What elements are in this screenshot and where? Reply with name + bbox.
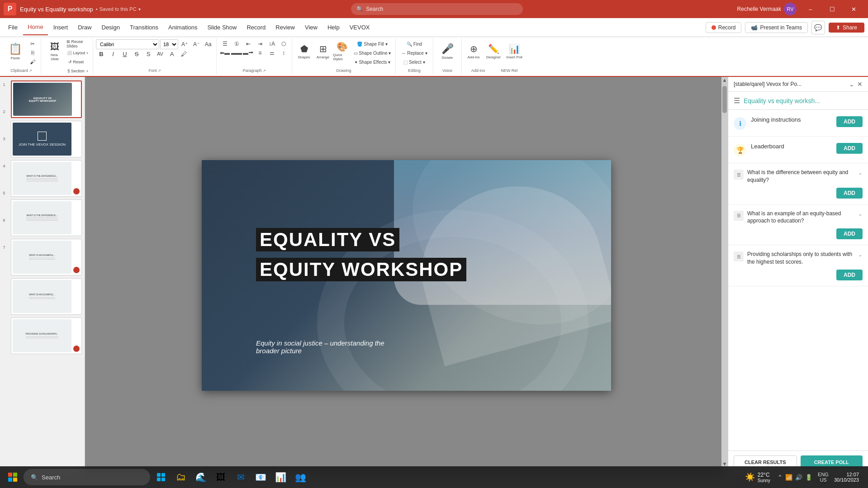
- insert-poll-button[interactable]: 📊 Insert Poll: [504, 39, 524, 63]
- tab-record[interactable]: Record: [242, 20, 270, 35]
- taskbar-search-box[interactable]: 🔍 Search: [24, 469, 150, 485]
- tab-transitions[interactable]: Transitions: [125, 20, 163, 35]
- clipboard-expand-icon[interactable]: ↗: [29, 69, 32, 73]
- font-color-button[interactable]: A: [166, 49, 177, 58]
- tab-draw[interactable]: Draw: [73, 20, 96, 35]
- font-expand-icon[interactable]: ↗: [158, 69, 161, 73]
- taskbar-photos-button[interactable]: 🖼: [212, 468, 230, 486]
- char-spacing-button[interactable]: AV: [155, 49, 166, 58]
- question-1-add-button[interactable]: ADD: [836, 188, 863, 199]
- cut-button[interactable]: ✂: [27, 39, 38, 48]
- shape-effects-button[interactable]: ✦ Shape Effects ▾: [352, 57, 393, 66]
- taskbar-teams-button[interactable]: 👥: [291, 468, 309, 486]
- bold-button[interactable]: B: [96, 49, 107, 58]
- taskbar-outlook-button[interactable]: 📧: [251, 468, 270, 486]
- layout-dropdown-arrow[interactable]: ▾: [86, 51, 88, 55]
- strikethrough-button[interactable]: S: [131, 49, 142, 58]
- layout-button[interactable]: ⬜ Layout: [66, 48, 85, 57]
- justify-button[interactable]: ≡: [255, 48, 266, 57]
- section-button[interactable]: § Section: [66, 66, 85, 76]
- question-3-chevron[interactable]: ⌄: [858, 251, 863, 258]
- question-3-add-button[interactable]: ADD: [836, 270, 863, 280]
- align-left-button[interactable]: ⬅▬: [219, 48, 230, 57]
- vevox-collapse-icon[interactable]: ⌄: [849, 81, 854, 88]
- battery-icon[interactable]: 🔋: [805, 474, 812, 481]
- font-shrink-button[interactable]: A⁻: [191, 40, 202, 49]
- designer-button[interactable]: ✏️ Designer: [484, 39, 503, 63]
- find-button[interactable]: 🔍 Find: [398, 39, 430, 48]
- question-2-chevron[interactable]: ⌄: [858, 211, 863, 217]
- joining-add-button[interactable]: ADD: [836, 116, 863, 127]
- align-right-button[interactable]: ▬⮕: [243, 48, 254, 57]
- tab-design[interactable]: Design: [97, 20, 124, 35]
- taskbar-powerpoint-button[interactable]: 📊: [271, 468, 289, 486]
- slide-thumb-4[interactable]: WHAT IS THE DIFFERENCE...: [11, 199, 82, 236]
- increase-indent-button[interactable]: ⇥: [255, 39, 266, 48]
- slide-thumb-3[interactable]: WHAT IS THE DIFFERENCE...: [11, 160, 82, 197]
- tab-vevox[interactable]: VEVOX: [345, 20, 375, 35]
- network-icon[interactable]: 📶: [785, 474, 792, 481]
- reset-button[interactable]: ↺ Reset: [66, 57, 85, 66]
- italic-button[interactable]: I: [108, 49, 119, 58]
- present-in-teams-button[interactable]: 📹 Present in Teams: [745, 22, 808, 33]
- slide-subtitle[interactable]: Equity in social justice – understanding…: [256, 339, 384, 355]
- addins-button[interactable]: ⊕ Add-ins: [465, 39, 483, 63]
- align-center-button[interactable]: ▬▬: [231, 48, 242, 57]
- paragraph-expand-icon[interactable]: ↗: [263, 69, 266, 73]
- slide-thumb-5[interactable]: WHAT IS AN EXAMPLE...: [11, 239, 82, 275]
- slide-thumb-7[interactable]: PROVIDING SCHOLARSHIPS...: [11, 317, 82, 354]
- tab-help[interactable]: Help: [323, 20, 344, 35]
- title-dropdown-arrow[interactable]: ▾: [138, 7, 141, 12]
- canvas-scrollbar-vertical[interactable]: ▼ ▲: [721, 77, 728, 474]
- slide-thumb-6[interactable]: WHAT IS AN EXAMPLE...: [11, 278, 82, 315]
- volume-icon[interactable]: 🔊: [795, 474, 802, 481]
- shadow-button[interactable]: S: [143, 49, 154, 58]
- weather-widget[interactable]: ☀️ 22°C Sunny: [745, 472, 770, 483]
- lang-indicator[interactable]: ENG US: [818, 472, 829, 483]
- tab-animations[interactable]: Animations: [164, 20, 202, 35]
- chevron-up-icon[interactable]: ⌃: [778, 474, 783, 481]
- scroll-arrow-up[interactable]: ▲: [722, 77, 727, 83]
- numbering-button[interactable]: ①: [231, 39, 242, 48]
- text-direction-button[interactable]: ↕A: [266, 39, 277, 48]
- font-size-dropdown[interactable]: 18: [160, 39, 178, 49]
- tab-review[interactable]: Review: [271, 20, 299, 35]
- taskbar-mail-button[interactable]: ✉: [232, 468, 250, 486]
- columns-button[interactable]: ⚌: [266, 48, 277, 57]
- close-button[interactable]: ✕: [844, 2, 864, 16]
- share-button[interactable]: ⬆ Share: [829, 23, 864, 33]
- avatar[interactable]: RV: [784, 3, 797, 15]
- slide-title-block[interactable]: EQUALITY VS EQUITY WORKSHOP: [256, 228, 611, 285]
- format-painter-button[interactable]: 🖌: [27, 57, 38, 66]
- font-name-dropdown[interactable]: Calibri: [96, 39, 159, 49]
- start-button[interactable]: [4, 468, 22, 486]
- section-dropdown-arrow[interactable]: ▾: [86, 69, 88, 73]
- underline-button[interactable]: U: [119, 49, 130, 58]
- tab-slideshow[interactable]: Slide Show: [203, 20, 241, 35]
- tab-insert[interactable]: Insert: [49, 20, 73, 35]
- question-2-add-button[interactable]: ADD: [836, 228, 863, 239]
- replace-button[interactable]: ↔ Replace ▾: [398, 48, 430, 57]
- slide-canvas[interactable]: EQUALITY VS EQUITY WORKSHOP Equity in so…: [202, 160, 611, 391]
- shapes-button[interactable]: ⬟ Shapes: [295, 39, 313, 63]
- decrease-indent-button[interactable]: ⇤: [243, 39, 254, 48]
- change-case-button[interactable]: Aa: [203, 40, 213, 49]
- paste-button[interactable]: 📋 Paste: [5, 39, 26, 63]
- slide-thumb-2[interactable]: JOIN THE VEVOX SESSION: [11, 121, 82, 157]
- time-display[interactable]: 12:07 30/10/2023: [834, 472, 859, 483]
- quick-styles-button[interactable]: 🎨 Quick Styles: [333, 39, 351, 63]
- taskbar-widgets-button[interactable]: [152, 468, 170, 486]
- dictate-button[interactable]: 🎤 Dictate: [436, 39, 459, 63]
- title-search-box[interactable]: 🔍 Search: [351, 3, 523, 15]
- taskbar-file-explorer-button[interactable]: 🗂: [172, 468, 190, 486]
- copy-button[interactable]: ⎘: [27, 48, 38, 57]
- tab-view[interactable]: View: [300, 20, 322, 35]
- maximize-button[interactable]: ☐: [822, 2, 843, 16]
- arrange-button[interactable]: ⊞ Arrange: [314, 39, 332, 63]
- line-spacing-button[interactable]: ↕: [278, 48, 289, 57]
- taskbar-edge-button[interactable]: 🌊: [192, 468, 210, 486]
- tab-file[interactable]: File: [4, 20, 22, 35]
- shape-fill-button[interactable]: 🪣 Shape Fill ▾: [352, 39, 393, 48]
- new-slide-button[interactable]: 🖼 NewSlide: [44, 39, 66, 63]
- vevox-menu-icon[interactable]: ☰: [734, 96, 740, 105]
